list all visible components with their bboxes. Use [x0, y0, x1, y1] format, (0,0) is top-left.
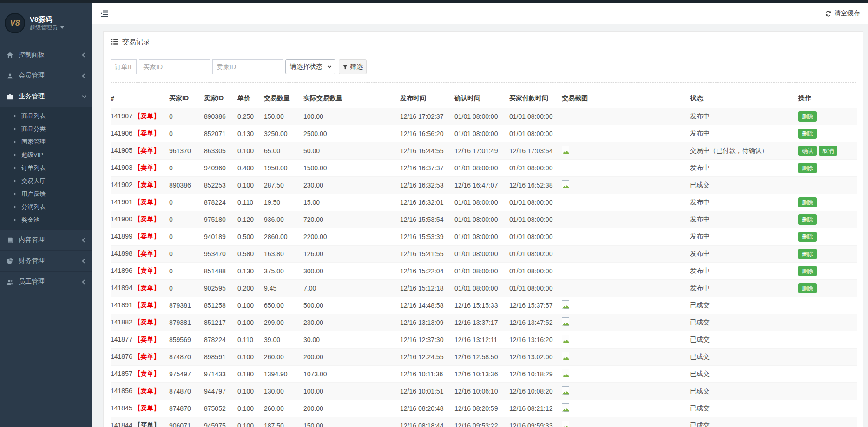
screenshot-thumbnail[interactable]	[562, 369, 569, 377]
sidebar-subitem-0[interactable]: 商品列表	[0, 110, 92, 123]
qty-cell: 130.00	[264, 382, 303, 400]
sidebar-item-0[interactable]: 控制面板	[0, 45, 92, 65]
buyer-cell: 0	[169, 245, 204, 262]
column-header: 状态	[690, 89, 798, 108]
pay-cell: 12/16 08:21:12	[509, 400, 562, 417]
actual-cell: 720.00	[303, 211, 400, 228]
qty-cell: 187.50	[264, 417, 303, 427]
delete-button[interactable]: 删除	[798, 266, 817, 276]
caret-right-icon	[14, 218, 16, 222]
chevron-left-icon	[82, 279, 87, 284]
sidebar-subitem-6[interactable]: 用户反馈	[0, 188, 92, 201]
price-cell: 0.100	[237, 417, 264, 427]
sidebar-item-label: 业务管理	[19, 92, 83, 101]
delete-button[interactable]: 删除	[798, 111, 817, 122]
pie-chart-icon	[6, 257, 14, 265]
sidebar-item-2[interactable]: 业务管理	[0, 86, 92, 107]
status-cell: 已成交	[690, 331, 798, 348]
confirm-cell: 01/01 08:00:00	[454, 245, 509, 262]
buyer-cell: 975497	[169, 365, 204, 382]
user-icon	[6, 72, 14, 79]
sidebar-subitem-2[interactable]: 国家管理	[0, 136, 92, 149]
delete-button[interactable]: 删除	[798, 197, 817, 207]
screenshot-thumbnail[interactable]	[562, 180, 569, 188]
buyer-cell: 0	[169, 159, 204, 176]
clear-cache-button[interactable]: 清空缓存	[825, 9, 860, 18]
sidebar-item-1[interactable]: 会员管理	[0, 65, 92, 86]
pay-cell: 01/01 08:00:00	[509, 262, 562, 279]
role-dropdown[interactable]: 超级管理员	[30, 24, 64, 32]
delete-button[interactable]: 删除	[798, 214, 817, 225]
confirm-button[interactable]: 确认	[798, 146, 817, 156]
seller-cell: 975180	[204, 211, 237, 228]
status-cell: 已成交	[690, 314, 798, 331]
sidebar-group-1: 会员管理	[0, 65, 92, 86]
delete-button[interactable]: 删除	[798, 283, 817, 293]
order-id-cell: 141902 【卖单】	[111, 176, 169, 194]
cancel-button[interactable]: 取消	[819, 146, 837, 156]
screenshot-thumbnail[interactable]	[562, 386, 569, 395]
screenshot-thumbnail[interactable]	[562, 317, 569, 326]
status-cell: 发布中	[690, 228, 798, 245]
column-header: 发布时间	[400, 89, 454, 108]
users-icon	[6, 278, 14, 285]
screenshot-thumbnail[interactable]	[562, 421, 569, 427]
sidebar-subitem-7[interactable]: 分润列表	[0, 201, 92, 214]
pay-cell: 12/16 13:47:52	[509, 314, 562, 331]
buyer-id-input[interactable]	[139, 59, 210, 74]
confirm-cell: 12/16 10:13:36	[454, 365, 509, 382]
price-cell: 0.400	[237, 159, 264, 176]
caret-right-icon	[14, 166, 16, 170]
actual-cell: 200.00	[303, 348, 400, 365]
qty-cell: 9.45	[264, 279, 303, 297]
price-cell: 0.100	[237, 176, 264, 194]
price-cell: 0.100	[237, 348, 264, 365]
pay-cell: 12/16 13:02:00	[509, 348, 562, 365]
status-cell: 发布中	[690, 159, 798, 176]
pub-cell: 12/16 16:44:55	[400, 142, 454, 159]
delete-button[interactable]: 删除	[798, 232, 817, 242]
sidebar-subitem-5[interactable]: 交易大厅	[0, 175, 92, 188]
delete-button[interactable]: 删除	[798, 129, 817, 139]
screenshot-thumbnail[interactable]	[562, 300, 569, 309]
pub-cell: 12/16 12:24:55	[400, 348, 454, 365]
seller-cell: 940189	[204, 228, 237, 245]
filter-button[interactable]: 筛选	[339, 59, 367, 74]
screenshot-thumbnail[interactable]	[562, 335, 569, 343]
pub-cell: 12/16 16:32:01	[400, 194, 454, 211]
status-cell: 已成交	[690, 382, 798, 400]
order-id-cell: 141844 【买单】	[111, 417, 169, 427]
sidebar-submenu: 商品列表商品分类国家管理超级VIP订单列表交易大厅用户反馈分润列表奖金池	[0, 107, 92, 229]
table-row: 141844 【买单】9060719459750.100187.50150.00…	[111, 417, 857, 427]
status-cell: 发布中	[690, 211, 798, 228]
sidebar-item-4[interactable]: 财务管理	[0, 251, 92, 271]
qty-cell: 260.00	[264, 348, 303, 365]
column-header: 买家ID	[169, 89, 204, 108]
buyer-cell: 0	[169, 279, 204, 297]
delete-button[interactable]: 删除	[798, 163, 817, 173]
sidebar-subitem-1[interactable]: 商品分类	[0, 123, 92, 136]
buyer-cell: 0	[169, 194, 204, 211]
actions-cell: 删除	[798, 228, 857, 245]
sidebar-item-5[interactable]: 员工管理	[0, 272, 92, 292]
table-row: 141903 【卖单】09409600.4001950.001500.0012/…	[111, 159, 857, 176]
sidebar-item-3[interactable]: 内容管理	[0, 230, 92, 250]
table-row: 141898 【卖单】09534700.580163.80126.0012/16…	[111, 245, 857, 262]
screenshot-thumbnail[interactable]	[562, 146, 569, 154]
role-label: 超级管理员	[30, 24, 58, 32]
sidebar-toggle-button[interactable]	[97, 7, 112, 20]
dashed-divider	[111, 82, 856, 83]
order-id-input[interactable]	[111, 59, 137, 74]
status-select[interactable]: 请选择状态	[285, 59, 335, 74]
sidebar-group-4: 财务管理	[0, 251, 92, 272]
screenshot-thumbnail[interactable]	[562, 403, 569, 412]
seller-id-input[interactable]	[212, 59, 283, 74]
sidebar-subitem-8[interactable]: 奖金池	[0, 214, 92, 226]
sidebar-subitem-4[interactable]: 订单列表	[0, 162, 92, 175]
sidebar-subitem-label: 用户反馈	[21, 190, 46, 198]
delete-button[interactable]: 删除	[798, 249, 817, 259]
screenshot-cell	[562, 382, 690, 400]
screenshot-thumbnail[interactable]	[562, 352, 569, 360]
price-cell: 0.110	[237, 331, 264, 348]
sidebar-subitem-3[interactable]: 超级VIP	[0, 149, 92, 162]
